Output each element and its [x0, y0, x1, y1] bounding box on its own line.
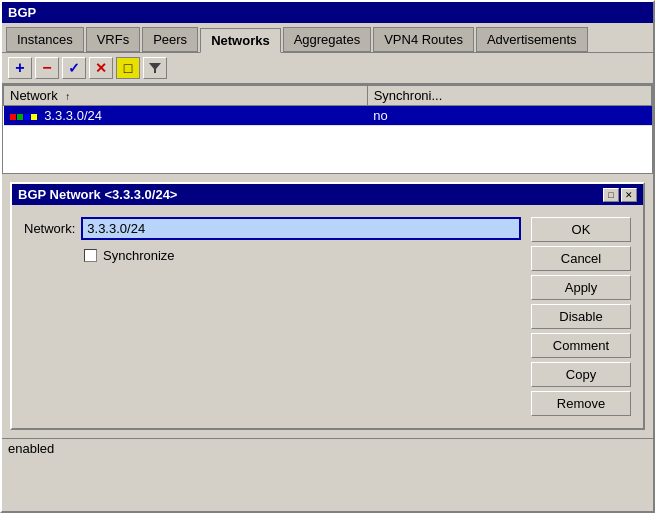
tabs-row: Instances VRFs Peers Networks Aggregates… — [2, 23, 653, 53]
dialog-close-button[interactable]: ✕ — [621, 188, 637, 202]
status-bar: enabled — [2, 438, 653, 458]
synchronize-checkbox[interactable] — [84, 249, 97, 262]
table-row[interactable]: 3.3.3.0/24 no — [4, 106, 652, 126]
col-network[interactable]: Network ↑ — [4, 86, 368, 106]
networks-table: Network ↑ Synchroni... — [2, 84, 653, 174]
tab-networks[interactable]: Networks — [200, 28, 281, 53]
apply-button[interactable]: ✓ — [62, 57, 86, 79]
network-input[interactable] — [81, 217, 521, 240]
square-button[interactable]: □ — [116, 57, 140, 79]
synchronize-row: Synchronize — [24, 248, 521, 263]
dialog-title: BGP Network <3.3.3.0/24> — [18, 187, 177, 202]
ok-button[interactable]: OK — [531, 217, 631, 242]
main-window: BGP Instances VRFs Peers Networks Aggreg… — [0, 0, 655, 513]
col-synchronize[interactable]: Synchroni... — [367, 86, 651, 106]
comment-button[interactable]: Comment — [531, 333, 631, 358]
add-button[interactable]: + — [8, 57, 32, 79]
apply-button[interactable]: Apply — [531, 275, 631, 300]
network-cell: 3.3.3.0/24 — [4, 106, 368, 126]
dialog-titlebar-buttons: □ ✕ — [603, 188, 637, 202]
synchronize-cell: no — [367, 106, 651, 126]
tab-peers[interactable]: Peers — [142, 27, 198, 52]
tab-vpn4routes[interactable]: VPN4 Routes — [373, 27, 474, 52]
remove-button[interactable]: − — [35, 57, 59, 79]
title-bar: BGP — [2, 2, 653, 23]
dialog-left-panel: Network: Synchronize — [24, 217, 521, 416]
toolbar: + − ✓ ✕ □ — [2, 53, 653, 84]
tab-instances[interactable]: Instances — [6, 27, 84, 52]
bgp-network-dialog: BGP Network <3.3.3.0/24> □ ✕ Network: Sy… — [10, 182, 645, 430]
dialog-titlebar: BGP Network <3.3.3.0/24> □ ✕ — [12, 184, 643, 205]
filter-button[interactable] — [143, 57, 167, 79]
dialog-body: Network: Synchronize OK Cancel Apply Dis… — [12, 205, 643, 428]
tab-aggregates[interactable]: Aggregates — [283, 27, 372, 52]
main-content: Instances VRFs Peers Networks Aggregates… — [2, 23, 653, 511]
window-title: BGP — [8, 5, 36, 20]
network-label: Network: — [24, 221, 75, 236]
copy-button[interactable]: Copy — [531, 362, 631, 387]
status-text: enabled — [8, 441, 54, 456]
synchronize-label: Synchronize — [103, 248, 175, 263]
dialog-buttons-panel: OK Cancel Apply Disable Comment Copy Rem… — [531, 217, 631, 416]
dialog-restore-button[interactable]: □ — [603, 188, 619, 202]
filter-icon — [148, 61, 162, 75]
cancel-button[interactable]: ✕ — [89, 57, 113, 79]
svg-marker-0 — [149, 63, 161, 73]
network-field-row: Network: — [24, 217, 521, 240]
tab-vrfs[interactable]: VRFs — [86, 27, 141, 52]
disable-button[interactable]: Disable — [531, 304, 631, 329]
remove-button[interactable]: Remove — [531, 391, 631, 416]
network-icon — [10, 114, 37, 120]
tab-advertisements[interactable]: Advertisements — [476, 27, 588, 52]
sort-arrow: ↑ — [65, 91, 70, 102]
cancel-button[interactable]: Cancel — [531, 246, 631, 271]
